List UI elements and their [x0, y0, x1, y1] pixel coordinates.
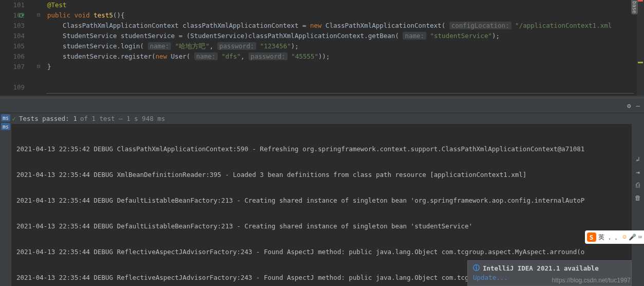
run-panel-toolbar: ⚙ —	[0, 98, 644, 113]
duration-pill[interactable]: ms	[1, 114, 10, 121]
git-branch-badge[interactable]: base	[631, 0, 638, 14]
log-line: 2021-04-13 22:35:44 DEBUG XmlBeanDefinit…	[16, 170, 627, 180]
gear-icon[interactable]: ⚙	[627, 102, 631, 110]
run-test-gutter-icon[interactable]: ⟳	[18, 11, 25, 20]
sogou-logo-icon: S	[587, 233, 596, 242]
code-editor[interactable]: 101 102 103 104 105 106 107 109 ⟳ ⊟ ⊟ @T…	[0, 0, 644, 96]
scroll-to-end-icon[interactable]: ⇥	[636, 168, 640, 176]
print-icon[interactable]: ⎙	[636, 181, 640, 189]
ime-punct-label[interactable]: ，	[607, 233, 613, 242]
error-stripe[interactable]	[637, 0, 644, 96]
duration-pill[interactable]: ms	[1, 123, 10, 130]
line-number-gutter: 101 102 103 104 105 106 107 109	[0, 0, 32, 96]
ime-lang-label[interactable]: 英	[598, 233, 604, 242]
notification-title: IntelliJ IDEA 2021.1 available	[483, 264, 599, 272]
emoji-icon[interactable]: ☺	[623, 234, 627, 241]
log-line: 2021-04-13 22:35:44 DEBUG DefaultListabl…	[16, 221, 627, 231]
info-icon: ⓘ	[473, 264, 480, 273]
fold-toggle-icon[interactable]: ⊟	[37, 63, 41, 69]
watermark-text: https://blog.csdn.net/tuc1997	[552, 277, 631, 284]
keyboard-icon[interactable]: ⌨	[638, 234, 642, 241]
minimize-icon[interactable]: —	[636, 102, 640, 110]
annotation: @Test	[47, 1, 67, 9]
clear-icon[interactable]: 🗑	[635, 194, 641, 202]
test-status-bar: » ✓ Tests passed: 1 of 1 test – 1 s 948 …	[0, 113, 644, 124]
run-left-rail: ms ms	[0, 114, 11, 286]
code-area[interactable]: @Test public void test5(){ ClassPathXmlA…	[32, 0, 637, 96]
ime-toolbar[interactable]: S 英 ， 。 ☺ 🎤 ⌨	[585, 230, 644, 244]
ime-punct-label[interactable]: 。	[615, 233, 621, 242]
log-line: 2021-04-13 22:35:44 DEBUG DefaultListabl…	[16, 195, 627, 206]
log-line: 2021-04-13 22:35:42 DEBUG ClassPathXmlAp…	[16, 144, 627, 154]
tests-passed-label: Tests passed: 1	[19, 115, 77, 122]
log-line: 2021-04-13 22:35:44 DEBUG ReflectiveAspe…	[16, 247, 627, 257]
mic-icon[interactable]: 🎤	[629, 234, 636, 241]
fold-toggle-icon[interactable]: ⊟	[37, 11, 41, 18]
check-icon: ✓	[12, 115, 16, 122]
tests-passed-detail: of 1 test – 1 s 948 ms	[80, 115, 165, 122]
update-link[interactable]: Update...	[473, 274, 508, 281]
console-right-rail: ↲ ⇥ ⎙ 🗑	[632, 114, 644, 286]
soft-wrap-icon[interactable]: ↲	[636, 155, 640, 163]
